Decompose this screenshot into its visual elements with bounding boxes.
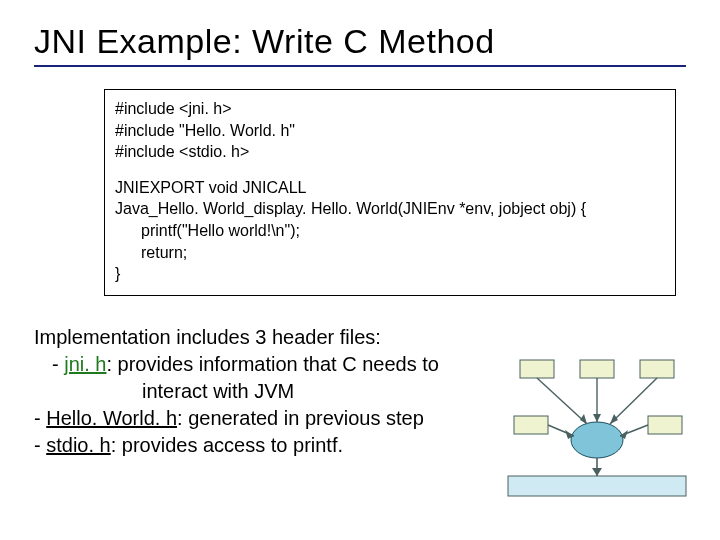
body-intro: Implementation includes 3 header files:: [34, 324, 686, 351]
code-line: }: [115, 263, 665, 285]
svg-rect-4: [648, 416, 682, 434]
title-rule: [34, 65, 686, 67]
svg-point-5: [571, 422, 623, 458]
dash: -: [34, 407, 46, 429]
slide: JNI Example: Write C Method #include <jn…: [0, 0, 720, 540]
svg-rect-6: [508, 476, 686, 496]
code-blank: [115, 163, 665, 177]
code-line: #include "Hello. World. h": [115, 120, 665, 142]
code-line: Java_Hello. World_display. Hello. World(…: [115, 198, 665, 220]
svg-marker-13: [592, 468, 602, 476]
svg-rect-0: [520, 360, 554, 378]
std-desc: : provides access to printf.: [111, 434, 343, 456]
code-line: printf("Hello world!\n");: [115, 220, 665, 242]
flow-diagram-icon: [502, 354, 692, 504]
svg-marker-14: [580, 414, 587, 424]
code-line: #include <jni. h>: [115, 98, 665, 120]
jni-desc: : provides information that C needs to: [106, 353, 438, 375]
std-name: stdio. h: [46, 434, 110, 456]
svg-marker-16: [610, 414, 618, 424]
jni-name: jni. h: [64, 353, 106, 375]
svg-rect-1: [580, 360, 614, 378]
svg-marker-15: [593, 414, 601, 422]
code-line: return;: [115, 242, 665, 264]
dash: -: [52, 353, 64, 375]
svg-rect-2: [640, 360, 674, 378]
hw-name: Hello. World. h: [46, 407, 177, 429]
hw-desc: : generated in previous step: [177, 407, 424, 429]
code-line: #include <stdio. h>: [115, 141, 665, 163]
page-title: JNI Example: Write C Method: [34, 22, 686, 61]
svg-rect-3: [514, 416, 548, 434]
code-box: #include <jni. h> #include "Hello. World…: [104, 89, 676, 296]
dash: -: [34, 434, 46, 456]
code-line: JNIEXPORT void JNICALL: [115, 177, 665, 199]
